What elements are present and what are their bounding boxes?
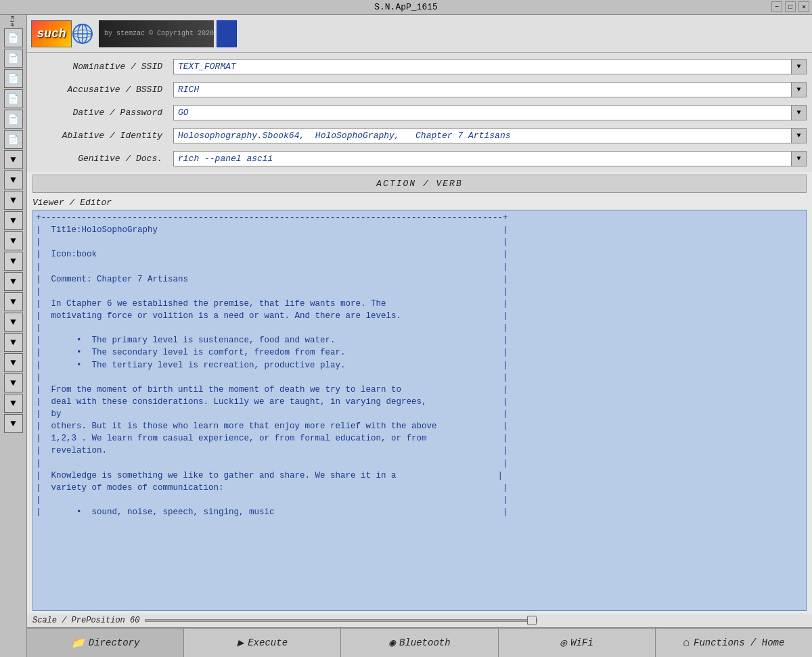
sidebar-icon-7[interactable]: ▼ [4, 150, 23, 169]
input-accusative[interactable] [173, 82, 792, 97]
label-accusative: Accusative / BSSID [32, 85, 168, 95]
tab-bluetooth-label: Bluetooth [399, 637, 451, 648]
dropdown-ablative[interactable]: ▼ [792, 128, 807, 143]
functions-home-icon: ⌂ [683, 637, 690, 649]
scale-thumb[interactable] [527, 616, 537, 625]
sidebar-icon-16[interactable]: ▼ [4, 333, 23, 352]
input-wrap-ablative: ▼ [173, 128, 807, 143]
viewer-content: +---------------------------------------… [36, 212, 803, 518]
label-genitive: Genitive / Docs. [32, 154, 168, 164]
sidebar-icon-19[interactable]: ▼ [4, 394, 23, 413]
tab-functions-home[interactable]: ⌂ Functions / Home [656, 629, 812, 657]
label-nominative: Nominative / SSID [32, 62, 168, 72]
label-dative: Dative / Password [32, 108, 168, 118]
sidebar-icon-2[interactable]: 📄 [4, 49, 23, 68]
sidebar-icon-14[interactable]: ▼ [4, 292, 23, 311]
tab-functions-home-label: Functions / Home [694, 637, 784, 648]
sidebar-icon-3[interactable]: 📄 [4, 69, 23, 88]
sidebar-icon-8[interactable]: ▼ [4, 171, 23, 189]
titlebar-controls: − □ ✕ [771, 1, 809, 12]
form-row-ablative: Ablative / Identity ▼ [32, 124, 807, 146]
execute-icon: ▶ [238, 636, 244, 650]
sidebar-icon-9[interactable]: ▼ [4, 191, 23, 210]
bottom-tabs: 📁 Directory ▶ Execute ◉ Bluetooth ◎ WiFi… [27, 627, 812, 657]
tab-execute-label: Execute [248, 637, 288, 648]
dropdown-genitive[interactable]: ▼ [792, 151, 807, 166]
app-container: eta 📄 📄 📄 📄 📄 📄 ▼ ▼ ▼ ▼ ▼ ▼ ▼ ▼ ▼ ▼ ▼ ▼ … [0, 15, 812, 657]
scale-slider[interactable] [145, 619, 537, 622]
sidebar-icon-20[interactable]: ▼ [4, 414, 23, 433]
sidebar-beta-label: eta [9, 16, 16, 26]
input-ablative[interactable] [173, 128, 792, 143]
close-button[interactable]: ✕ [798, 1, 809, 12]
main-content: such by stemzac © Copyright 2020 [27, 15, 812, 657]
minimize-button[interactable]: − [771, 1, 782, 12]
sidebar-icon-15[interactable]: ▼ [4, 313, 23, 332]
form-row-dative: Dative / Password ▼ [32, 101, 807, 123]
sidebar-icon-13[interactable]: ▼ [4, 272, 23, 291]
input-nominative[interactable] [173, 59, 792, 74]
input-wrap-genitive: ▼ [173, 151, 807, 166]
bluetooth-icon: ◉ [388, 636, 395, 650]
sidebar-icon-6[interactable]: 📄 [4, 130, 23, 149]
form-area: Nominative / SSID ▼ Accusative / BSSID ▼… [27, 53, 812, 172]
sidebar-icon-17[interactable]: ▼ [4, 353, 23, 372]
dropdown-nominative[interactable]: ▼ [792, 59, 807, 74]
sidebar-icon-18[interactable]: ▼ [4, 373, 23, 392]
form-row-accusative: Accusative / BSSID ▼ [32, 78, 807, 100]
header: such by stemzac © Copyright 2020 [27, 15, 812, 53]
scale-label: Scale / PrePosition 60 [32, 616, 139, 625]
scale-bar: Scale / PrePosition 60 [27, 614, 812, 627]
tab-directory-label: Directory [89, 637, 140, 648]
dropdown-dative[interactable]: ▼ [792, 105, 807, 120]
form-row-nominative: Nominative / SSID ▼ [32, 55, 807, 77]
form-row-genitive: Genitive / Docs. ▼ [32, 148, 807, 169]
tab-bluetooth[interactable]: ◉ Bluetooth [341, 629, 498, 657]
blue-box [217, 20, 237, 47]
label-ablative: Ablative / Identity [32, 131, 168, 141]
logo-box: such [31, 20, 72, 47]
app-title: S.N.ApP_1615 [374, 2, 438, 12]
viewer-label: Viewer / Editor [27, 196, 812, 210]
globe-icon [72, 23, 93, 45]
sidebar-icon-10[interactable]: ▼ [4, 211, 23, 230]
logo-text: such [37, 27, 66, 41]
dropdown-accusative[interactable]: ▼ [792, 82, 807, 97]
sidebar-icon-1[interactable]: 📄 [4, 28, 23, 47]
logo-area: such by stemzac © Copyright 2020 [31, 20, 237, 47]
input-wrap-nominative: ▼ [173, 59, 807, 74]
copyright-bar: by stemzac © Copyright 2020 [99, 20, 214, 47]
sidebar-icon-4[interactable]: 📄 [4, 89, 23, 108]
viewer-area[interactable]: +---------------------------------------… [32, 210, 807, 611]
input-dative[interactable] [173, 105, 792, 120]
wifi-icon: ◎ [560, 636, 567, 650]
sidebar-icon-5[interactable]: 📄 [4, 110, 23, 129]
maximize-button[interactable]: □ [785, 1, 796, 12]
tab-execute[interactable]: ▶ Execute [184, 629, 341, 657]
tab-directory[interactable]: 📁 Directory [27, 629, 184, 657]
copyright-text: by stemzac © Copyright 2020 [104, 30, 214, 37]
titlebar: S.N.ApP_1615 − □ ✕ [0, 0, 812, 15]
tab-wifi[interactable]: ◎ WiFi [499, 629, 656, 657]
input-wrap-dative: ▼ [173, 105, 807, 120]
sidebar: eta 📄 📄 📄 📄 📄 📄 ▼ ▼ ▼ ▼ ▼ ▼ ▼ ▼ ▼ ▼ ▼ ▼ … [0, 15, 27, 657]
action-button[interactable]: ACTION / VERB [32, 175, 807, 193]
input-wrap-accusative: ▼ [173, 82, 807, 97]
input-genitive[interactable] [173, 151, 792, 166]
sidebar-icon-12[interactable]: ▼ [4, 252, 23, 271]
directory-icon: 📁 [71, 636, 85, 650]
tab-wifi-label: WiFi [570, 637, 593, 648]
sidebar-icon-11[interactable]: ▼ [4, 231, 23, 250]
